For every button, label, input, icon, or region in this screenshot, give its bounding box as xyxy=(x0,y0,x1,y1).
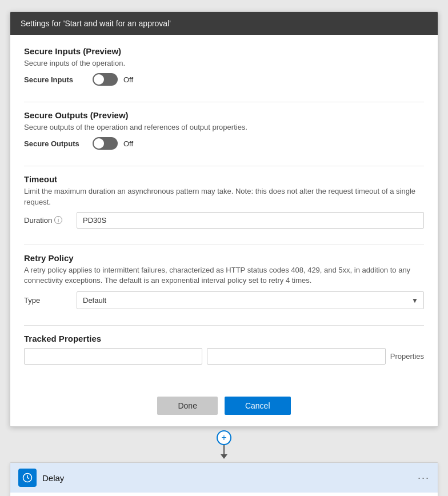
secure-inputs-toggle[interactable] xyxy=(93,73,118,86)
modal-header: Settings for 'Start and wait for an appr… xyxy=(10,12,438,35)
divider-2 xyxy=(24,166,424,166)
tracked-value-input[interactable] xyxy=(207,348,385,365)
secure-inputs-toggle-row: Secure Inputs Off xyxy=(24,73,424,86)
secure-inputs-heading: Secure Inputs (Preview) xyxy=(24,46,424,56)
secure-outputs-desc: Secure outputs of the operation and refe… xyxy=(24,122,424,133)
duration-input[interactable] xyxy=(77,212,424,229)
done-button[interactable]: Done xyxy=(157,397,217,415)
tracked-properties-heading: Tracked Properties xyxy=(24,334,424,343)
secure-outputs-label: Secure Outputs xyxy=(24,139,87,148)
retry-policy-desc: A retry policy applies to intermittent f… xyxy=(24,265,424,286)
secure-outputs-section: Secure Outputs (Preview) Secure outputs … xyxy=(24,110,424,159)
secure-outputs-state: Off xyxy=(123,139,133,148)
delay-body: * Count * Unit Second Minute Hour Day xyxy=(10,493,438,496)
divider-4 xyxy=(24,325,424,326)
connector-line xyxy=(223,445,225,454)
plus-icon: + xyxy=(221,433,226,442)
tracked-properties-label: Properties xyxy=(390,352,424,361)
tracked-key-input[interactable] xyxy=(24,348,202,365)
tracked-properties-section: Tracked Properties Properties xyxy=(24,334,424,374)
cancel-button[interactable]: Cancel xyxy=(225,397,291,415)
settings-modal: Settings for 'Start and wait for an appr… xyxy=(10,11,438,427)
divider-3 xyxy=(24,245,424,245)
secure-outputs-toggle[interactable] xyxy=(93,137,118,150)
type-label: Type xyxy=(24,296,70,305)
secure-inputs-knob xyxy=(94,74,104,85)
add-step-button[interactable]: + xyxy=(217,430,231,445)
secure-inputs-desc: Secure inputs of the operation. xyxy=(24,58,424,69)
timeout-heading: Timeout xyxy=(24,174,424,184)
delay-header: Delay ··· xyxy=(10,463,438,493)
secure-outputs-heading: Secure Outputs (Preview) xyxy=(24,110,424,120)
secure-inputs-section: Secure Inputs (Preview) Secure inputs of… xyxy=(24,46,424,95)
connector-arrow-icon xyxy=(221,454,227,459)
retry-policy-heading: Retry Policy xyxy=(24,253,424,263)
duration-label: Duration i xyxy=(24,216,70,225)
retry-policy-section: Retry Policy A retry policy applies to i… xyxy=(24,253,424,318)
delay-icon xyxy=(18,469,37,487)
tracked-properties-row: Properties xyxy=(24,348,424,365)
secure-outputs-knob xyxy=(94,138,104,149)
divider-1 xyxy=(24,102,424,102)
type-row: Type Default None Fixed Exponential ▼ xyxy=(24,291,424,309)
connector: + xyxy=(217,427,231,462)
duration-info-icon[interactable]: i xyxy=(54,216,62,224)
type-select[interactable]: Default None Fixed Exponential xyxy=(77,291,424,309)
secure-inputs-label: Secure Inputs xyxy=(24,75,87,84)
duration-row: Duration i xyxy=(24,212,424,229)
modal-title: Settings for 'Start and wait for an appr… xyxy=(21,19,171,28)
timeout-desc: Limit the maximum duration an asynchrono… xyxy=(24,186,424,207)
type-select-wrapper: Default None Fixed Exponential ▼ xyxy=(77,291,424,309)
modal-footer: Done Cancel xyxy=(10,387,438,426)
delay-more-options-button[interactable]: ··· xyxy=(418,472,430,484)
delay-header-left: Delay xyxy=(18,469,64,487)
secure-outputs-toggle-row: Secure Outputs Off xyxy=(24,137,424,150)
timeout-section: Timeout Limit the maximum duration an as… xyxy=(24,174,424,237)
delay-panel: Delay ··· * Count * Unit xyxy=(10,462,438,496)
secure-inputs-state: Off xyxy=(123,75,133,84)
modal-body: Secure Inputs (Preview) Secure inputs of… xyxy=(10,35,438,387)
delay-title: Delay xyxy=(42,473,64,483)
